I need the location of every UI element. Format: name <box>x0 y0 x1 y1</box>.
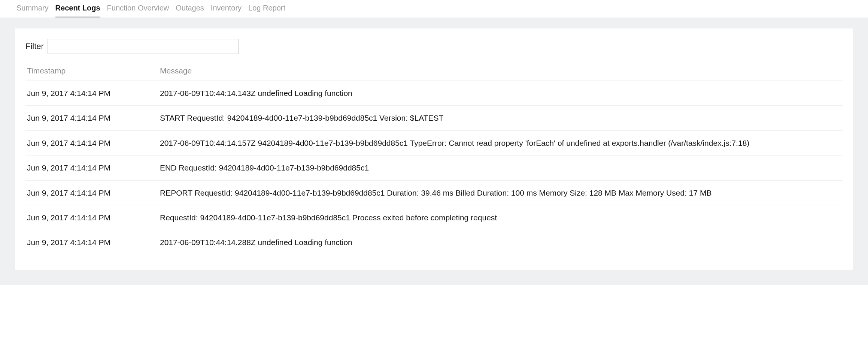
cell-message: RequestId: 94204189-4d00-11e7-b139-b9bd6… <box>158 205 843 230</box>
page-body: Filter Timestamp Message Jun 9, 2017 4:1… <box>0 18 868 285</box>
cell-timestamp: Jun 9, 2017 4:14:14 PM <box>25 156 158 180</box>
cell-timestamp: Jun 9, 2017 4:14:14 PM <box>25 180 158 205</box>
filter-row: Filter <box>25 37 843 61</box>
cell-timestamp: Jun 9, 2017 4:14:14 PM <box>25 130 158 155</box>
tab-summary[interactable]: Summary <box>16 0 49 18</box>
cell-message: START RequestId: 94204189-4d00-11e7-b139… <box>158 106 843 130</box>
tab-recent-logs[interactable]: Recent Logs <box>55 0 100 18</box>
filter-label: Filter <box>25 42 44 51</box>
cell-message: END RequestId: 94204189-4d00-11e7-b139-b… <box>158 156 843 180</box>
cell-message: 2017-06-09T10:44:14.143Z undefined Loadi… <box>158 81 843 106</box>
cell-timestamp: Jun 9, 2017 4:14:14 PM <box>25 205 158 230</box>
cell-timestamp: Jun 9, 2017 4:14:14 PM <box>25 106 158 130</box>
cell-timestamp: Jun 9, 2017 4:14:14 PM <box>25 81 158 106</box>
cell-message: 2017-06-09T10:44:14.288Z undefined Loadi… <box>158 230 843 255</box>
cell-message: REPORT RequestId: 94204189-4d00-11e7-b13… <box>158 180 843 205</box>
table-row: Jun 9, 2017 4:14:14 PM 2017-06-09T10:44:… <box>25 81 843 106</box>
table-row: Jun 9, 2017 4:14:14 PM END RequestId: 94… <box>25 156 843 180</box>
col-header-message[interactable]: Message <box>158 61 843 81</box>
col-header-timestamp[interactable]: Timestamp <box>25 61 158 81</box>
tabs-bar: Summary Recent Logs Function Overview Ou… <box>0 0 868 18</box>
tab-log-report[interactable]: Log Report <box>248 0 285 18</box>
table-row: Jun 9, 2017 4:14:14 PM 2017-06-09T10:44:… <box>25 230 843 255</box>
tab-outages[interactable]: Outages <box>176 0 204 18</box>
filter-input[interactable] <box>48 39 239 54</box>
table-row: Jun 9, 2017 4:14:14 PM REPORT RequestId:… <box>25 180 843 205</box>
cell-timestamp: Jun 9, 2017 4:14:14 PM <box>25 230 158 255</box>
table-row: Jun 9, 2017 4:14:14 PM 2017-06-09T10:44:… <box>25 130 843 155</box>
cell-message: 2017-06-09T10:44:14.157Z 94204189-4d00-1… <box>158 130 843 155</box>
tab-function-overview[interactable]: Function Overview <box>107 0 169 18</box>
tab-inventory[interactable]: Inventory <box>211 0 242 18</box>
table-row: Jun 9, 2017 4:14:14 PM START RequestId: … <box>25 106 843 130</box>
logs-panel: Filter Timestamp Message Jun 9, 2017 4:1… <box>15 28 853 270</box>
log-table: Timestamp Message Jun 9, 2017 4:14:14 PM… <box>25 61 843 255</box>
table-row: Jun 9, 2017 4:14:14 PM RequestId: 942041… <box>25 205 843 230</box>
